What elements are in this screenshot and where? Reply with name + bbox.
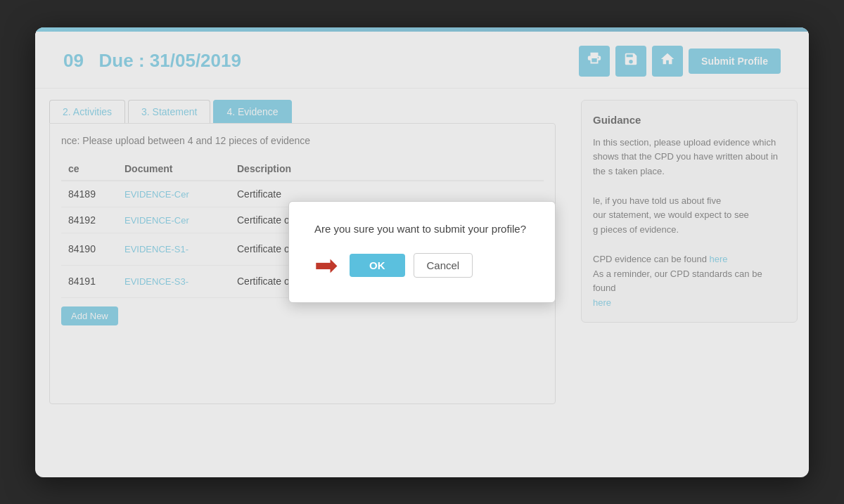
dialog-message: Are you sure you want to submit your pro…	[314, 223, 526, 235]
dialog-overlay: Are you sure you want to submit your pro…	[35, 27, 809, 477]
ok-button[interactable]: OK	[350, 254, 405, 277]
cancel-button[interactable]: Cancel	[414, 253, 473, 278]
arrow-icon: ➡	[314, 249, 338, 281]
dialog-actions: ➡ OK Cancel	[314, 249, 530, 281]
confirm-dialog: Are you sure you want to submit your pro…	[288, 201, 556, 303]
